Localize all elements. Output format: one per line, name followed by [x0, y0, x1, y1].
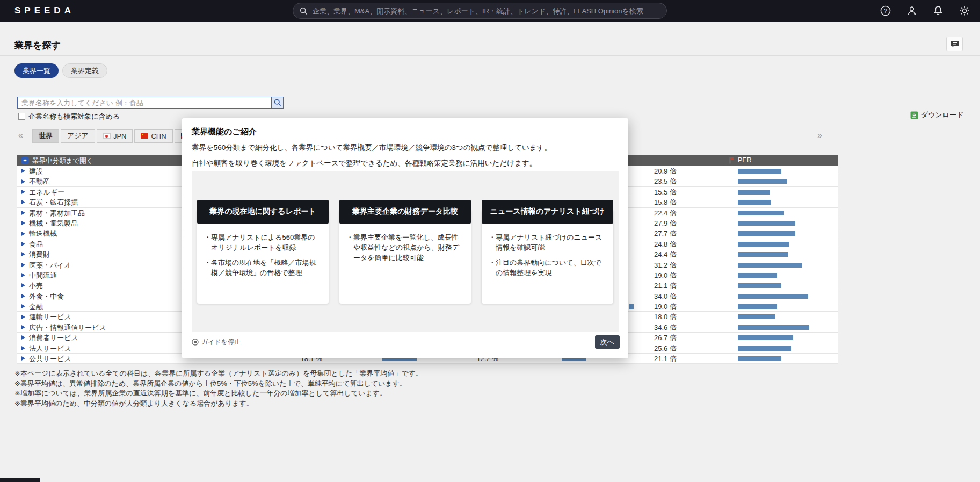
industry-name-link[interactable]: 法人サービス — [29, 344, 71, 354]
expand-triangle-icon[interactable] — [21, 179, 25, 184]
expand-triangle-icon[interactable] — [21, 335, 25, 340]
expand-triangle-icon[interactable] — [21, 221, 25, 225]
search-icon — [300, 7, 308, 15]
footnote: ※業界平均値は、異常値排除のため、業界所属企業の値から上位5%・下位5%を除いた… — [14, 379, 423, 389]
expand-triangle-icon[interactable] — [21, 304, 25, 308]
per-bar — [738, 283, 781, 288]
notifications-bell-icon[interactable] — [932, 5, 944, 17]
expand-triangle-icon[interactable] — [21, 252, 25, 256]
region-tab-アジア[interactable]: アジア — [61, 129, 95, 143]
industry-name-link[interactable]: 不動産 — [29, 177, 50, 186]
expand-all-plus-icon[interactable]: + — [21, 157, 28, 164]
per-value: 24.8 倍 — [654, 240, 677, 249]
footer-stub — [0, 478, 40, 482]
industry-search-button[interactable] — [271, 97, 284, 109]
modal-paragraph: 業界を560分類まで細分化し、各業界について業界概要／市場環境／競争環境の3つの… — [192, 143, 551, 153]
per-value: 31.2 倍 — [654, 261, 677, 270]
per-bar — [738, 169, 781, 174]
expand-triangle-icon[interactable] — [21, 211, 25, 215]
modal-feature-panel: ・専属アナリストによる560業界のオリジナルレポートを収録・各市場の現在地を「概… — [192, 171, 619, 332]
industry-name-link[interactable]: 医薬・バイオ — [29, 261, 71, 270]
feature-card-body: ・業界主要企業を一覧化し、成長性や収益性などの視点から、財務データを簡単に比較可… — [339, 210, 471, 304]
feature-card-body: ・専属アナリスト紐づけのニュース情報を確認可能・注目の業界動向について、日次での… — [482, 210, 613, 304]
tab-industry-list[interactable]: 業界一覧 — [14, 63, 59, 78]
global-search[interactable] — [293, 3, 667, 19]
footnote: ※業界平均値のため、中分類の値が大分類より大きくなる場合があります。 — [14, 399, 423, 409]
expand-triangle-icon[interactable] — [21, 346, 25, 350]
industry-name-link[interactable]: 建設 — [29, 167, 43, 176]
industry-name-link[interactable]: 小売 — [29, 281, 43, 291]
per-bar — [738, 179, 787, 184]
region-tab-JPN[interactable]: JPN — [97, 129, 133, 143]
expand-triangle-icon[interactable] — [21, 190, 25, 194]
industry-name-link[interactable]: 公共サービス — [29, 354, 71, 364]
expand-triangle-icon[interactable] — [21, 232, 25, 236]
include-company-names-checkbox[interactable] — [18, 113, 25, 120]
expand-triangle-icon[interactable] — [21, 283, 25, 287]
per-bar — [738, 314, 775, 319]
per-bar — [738, 242, 789, 247]
divider — [0, 55, 980, 56]
per-value: 24.4 倍 — [654, 250, 677, 260]
industry-name-link[interactable]: 食品 — [29, 240, 43, 249]
per-bar — [738, 211, 784, 215]
per-value: 19.0 倍 — [654, 271, 677, 280]
expand-triangle-icon[interactable] — [21, 263, 25, 267]
stop-guide-label: ガイドを停止 — [201, 337, 241, 347]
per-value: 34.0 倍 — [654, 292, 677, 301]
feedback-comment-button[interactable] — [946, 37, 963, 51]
industry-name-link[interactable]: エネルギー — [29, 188, 64, 197]
expand-triangle-icon[interactable] — [21, 294, 25, 298]
download-button[interactable]: ダウンロード — [910, 110, 964, 120]
feature-card: ・業界主要企業を一覧化し、成長性や収益性などの視点から、財務データを簡単に比較可… — [339, 200, 471, 304]
settings-gear-icon[interactable] — [959, 5, 970, 17]
expand-triangle-icon[interactable] — [21, 315, 25, 319]
modal-paragraph: 自社や顧客を取り巻く環境をファクトベースで整理できるため、各種戦略策定業務に活用… — [192, 159, 536, 168]
expand-triangle-icon[interactable] — [21, 325, 25, 329]
industry-name-link[interactable]: 素材・素材加工品 — [29, 208, 85, 218]
industry-name-link[interactable]: 輸送機械 — [29, 229, 57, 239]
region-tab-CHN[interactable]: CHN — [134, 129, 172, 143]
per-value: 15.8 倍 — [654, 198, 677, 207]
per-bar — [738, 294, 808, 299]
account-icon[interactable] — [906, 5, 918, 17]
per-column-header[interactable]: PER — [738, 156, 752, 164]
help-icon[interactable]: ? — [880, 5, 891, 17]
region-tabs-scroll-right-icon[interactable]: » — [817, 131, 822, 140]
industry-name-link[interactable]: 中間流通 — [29, 271, 57, 280]
industry-name-link[interactable]: 広告・情報通信サービス — [29, 323, 106, 333]
industry-name-link[interactable]: 機械・電気製品 — [29, 219, 78, 228]
industry-name-link[interactable]: 消費財 — [29, 250, 50, 260]
column-divider — [725, 155, 725, 166]
industry-search-input[interactable] — [17, 97, 272, 109]
jpn-flag-icon — [103, 133, 111, 139]
expand-triangle-icon[interactable] — [21, 242, 25, 246]
global-search-input[interactable] — [313, 7, 660, 15]
per-flag-icon — [729, 157, 735, 164]
speeda-logo[interactable]: SPEEDA — [14, 5, 75, 16]
svg-text:?: ? — [884, 8, 887, 14]
per-value: 25.6 倍 — [654, 344, 677, 354]
next-button[interactable]: 次へ — [595, 335, 620, 349]
expand-triangle-icon[interactable] — [21, 169, 25, 173]
region-tab-世界[interactable]: 世界 — [32, 129, 59, 143]
industry-name-link[interactable]: 消費者サービス — [29, 333, 78, 343]
industry-name-link[interactable]: 運輸サービス — [29, 312, 71, 322]
modal-title: 業界機能のご紹介 — [192, 127, 257, 137]
per-bar — [738, 346, 791, 351]
expand-triangle-icon[interactable] — [21, 356, 25, 361]
tab-industry-definition[interactable]: 業界定義 — [62, 63, 107, 78]
industry-name-link[interactable]: 金融 — [29, 302, 43, 312]
industry-name-link[interactable]: 外食・中食 — [29, 292, 64, 301]
stop-guide-button[interactable]: ガイドを停止 — [192, 337, 241, 347]
per-bar — [738, 263, 802, 268]
per-value: 19.0 倍 — [654, 302, 677, 312]
expand-triangle-icon[interactable] — [21, 200, 25, 204]
feature-bullet: ・注目の業界動向について、日次での情報整理を実現 — [489, 258, 606, 278]
per-value: 15.5 倍 — [654, 188, 677, 197]
per-value: 27.9 倍 — [654, 219, 677, 228]
expand-triangle-icon[interactable] — [21, 273, 25, 277]
industry-name-link[interactable]: 石炭・鉱石採掘 — [29, 198, 78, 207]
expand-header-label[interactable]: 業界中分類まで開く — [32, 156, 93, 166]
region-tabs-scroll-left-icon[interactable]: « — [18, 131, 23, 140]
